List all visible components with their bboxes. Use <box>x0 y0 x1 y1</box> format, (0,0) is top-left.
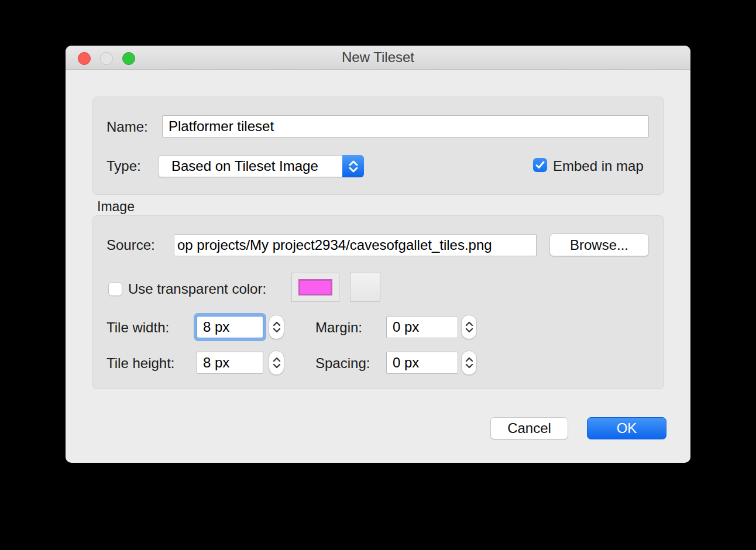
stepper-up-icon <box>273 357 281 362</box>
stepper-down-icon <box>465 364 473 369</box>
name-input[interactable] <box>162 115 649 138</box>
source-input[interactable] <box>174 234 537 256</box>
spacing-stepper[interactable] <box>461 350 477 375</box>
stepper-down-icon <box>273 364 281 369</box>
tile-width-label: Tile width: <box>106 320 169 335</box>
spacing-label: Spacing: <box>315 356 370 371</box>
margin-label: Margin: <box>315 320 362 335</box>
stepper-up-icon <box>465 321 473 326</box>
embed-in-map-checkbox[interactable] <box>533 158 547 172</box>
color-picker-button[interactable] <box>350 273 380 302</box>
margin-stepper[interactable] <box>461 315 477 339</box>
tile-width-stepper[interactable] <box>269 315 284 339</box>
title-bar[interactable]: New Tileset <box>66 46 690 70</box>
transparent-color-button[interactable] <box>291 273 339 302</box>
image-group-label: Image <box>97 199 135 215</box>
type-dropdown-value: Based on Tileset Image <box>171 156 318 177</box>
embed-in-map-label[interactable]: Embed in map <box>553 159 644 174</box>
stepper-down-icon <box>273 328 281 333</box>
tile-height-input[interactable]: 8 px <box>197 352 263 374</box>
name-label: Name: <box>106 119 148 135</box>
new-tileset-dialog: New Tileset Tileset Name: Type: Based on… <box>66 46 690 463</box>
chevron-up-down-icon <box>342 155 364 177</box>
tile-width-input[interactable]: 8 px <box>197 316 263 338</box>
type-label: Type: <box>106 159 141 174</box>
window-title: New Tileset <box>66 46 690 69</box>
screen-background: New Tileset Tileset Name: Type: Based on… <box>0 0 756 550</box>
stepper-down-icon <box>465 328 473 333</box>
tile-height-label: Tile height: <box>106 356 175 371</box>
cancel-button[interactable]: Cancel <box>490 417 568 439</box>
tileset-groupbox <box>92 97 664 195</box>
spacing-input[interactable]: 0 px <box>386 352 458 374</box>
ok-button[interactable]: OK <box>587 417 666 439</box>
source-label: Source: <box>106 238 155 253</box>
use-transparent-color-label[interactable]: Use transparent color: <box>128 281 266 297</box>
type-dropdown[interactable]: Based on Tileset Image <box>158 155 364 177</box>
stepper-up-icon <box>273 321 281 326</box>
stepper-up-icon <box>465 357 473 362</box>
checkmark-icon <box>535 160 545 170</box>
use-transparent-color-checkbox[interactable] <box>108 282 122 296</box>
browse-button[interactable]: Browse... <box>549 233 649 256</box>
transparent-color-swatch <box>298 279 332 295</box>
tile-height-stepper[interactable] <box>269 350 284 375</box>
margin-input[interactable]: 0 px <box>386 316 458 338</box>
